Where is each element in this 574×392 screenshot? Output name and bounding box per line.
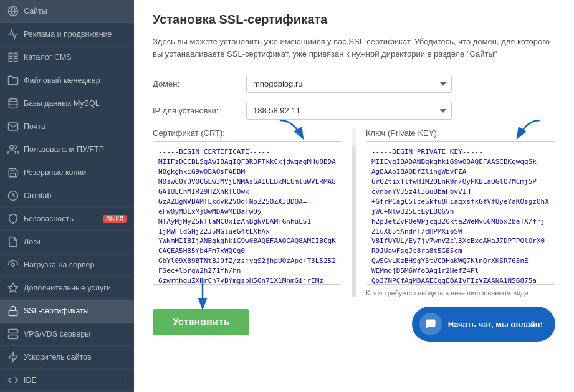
page-description: Здесь вы можете установить уже имеющийся…: [153, 36, 555, 60]
sidebar-label-crontab: Crontab: [24, 191, 51, 200]
svg-point-7: [10, 145, 14, 149]
star-icon: [7, 282, 19, 294]
sidebar-label-ssl: SSL-сертификаты: [24, 307, 89, 315]
arrow-crt: [274, 117, 312, 144]
svg-marker-11: [9, 284, 18, 292]
sidebar-item-cms[interactable]: Каталог CMS: [0, 46, 134, 69]
sidebar-item-security[interactable]: Безопасность ВЫКЛ: [0, 208, 134, 231]
sidebar-label-vps: VPS/VDS серверы: [24, 330, 90, 338]
sidebar-label-security: Безопасность: [24, 214, 74, 223]
svg-rect-3: [14, 53, 17, 56]
database-icon: [7, 98, 19, 109]
sidebar-item-vps[interactable]: VPS/VDS серверы: [0, 323, 134, 346]
page-title: Установка SSL-сертификата: [153, 12, 555, 27]
svg-point-9: [12, 264, 15, 267]
sidebar-label-ads: Реклама и продвижение: [24, 30, 112, 39]
bolt-icon: [7, 351, 19, 363]
sidebar-label-backup: Резервные копии: [24, 168, 86, 177]
chart-icon: [7, 29, 19, 40]
code-icon: [7, 375, 19, 386]
ip-label: IP для установки:: [153, 106, 246, 115]
gauge-icon: [7, 259, 19, 270]
sidebar-label-mysql: Базы данных MySQL: [24, 99, 100, 108]
svg-rect-5: [9, 59, 12, 62]
domain-select[interactable]: mnogoblog.ru: [246, 75, 452, 93]
sidebar-item-sites[interactable]: Сайты: [0, 0, 134, 23]
chat-widget[interactable]: Начать чат, мы онлайн!: [412, 307, 555, 342]
file-icon: [7, 236, 19, 247]
sidebar-label-cms: Каталог CMS: [24, 53, 72, 62]
svg-rect-12: [9, 310, 17, 315]
main-content: Установка SSL-сертификата Здесь вы может…: [134, 0, 574, 392]
server-icon: [7, 328, 19, 340]
svg-marker-17: [9, 353, 17, 362]
shield-icon: [7, 213, 19, 224]
arrow-install: [187, 275, 218, 314]
sidebar-item-boost[interactable]: Ускоритель сайтов: [0, 346, 134, 369]
sidebar-item-mysql[interactable]: Базы данных MySQL: [0, 92, 134, 115]
svg-rect-13: [9, 330, 18, 333]
arrow-key: [509, 117, 546, 144]
clock-icon: [7, 190, 19, 201]
svg-point-6: [9, 99, 17, 102]
cert-textarea-key[interactable]: [366, 141, 555, 285]
lock-icon: [7, 305, 19, 317]
sidebar: Сайты Реклама и продвижение Каталог CMS …: [0, 0, 134, 392]
sidebar-item-crontab[interactable]: Crontab: [0, 184, 134, 208]
sidebar-item-logs[interactable]: Логи: [0, 231, 134, 254]
sidebar-item-backup[interactable]: Резервные копии: [0, 161, 134, 184]
sidebar-item-ssl[interactable]: SSL-сертификаты: [0, 300, 134, 323]
sidebar-label-ide: IDE: [24, 376, 37, 385]
domain-row: Домен: mnogoblog.ru: [153, 75, 452, 93]
sidebar-label-users: Пользователи ПУ/FTP: [24, 145, 104, 154]
svg-rect-2: [9, 53, 12, 56]
users-icon: [7, 144, 19, 155]
folder-icon: [7, 75, 19, 86]
sidebar-label-load: Нагрузка на сервер: [24, 261, 94, 269]
security-badge: ВЫКЛ: [103, 215, 127, 223]
sidebar-item-ide[interactable]: IDE →: [0, 369, 134, 392]
svg-rect-14: [9, 335, 18, 339]
sidebar-label-sites: Сайты: [24, 7, 47, 16]
sidebar-item-load[interactable]: Нагрузка на сервер: [0, 254, 134, 277]
cert-label: Сертификат (CRT):: [153, 128, 342, 138]
ide-arrow: →: [120, 377, 127, 384]
cert-panel-key: Ключ (Private KEY): Ключ требуется вводи…: [366, 128, 555, 297]
globe-icon: [7, 6, 19, 17]
sidebar-label-extra: Дополнительные услуги: [24, 284, 111, 292]
sidebar-label-logs: Логи: [24, 237, 41, 246]
sidebar-item-ads[interactable]: Реклама и продвижение: [0, 23, 134, 46]
sidebar-item-extra[interactable]: Дополнительные услуги: [0, 277, 134, 300]
key-note: Ключ требуется вводить в незашифрованном…: [366, 289, 555, 297]
sidebar-item-users[interactable]: Пользователи ПУ/FTP: [0, 138, 134, 161]
sidebar-label-mail: Почта: [24, 122, 45, 131]
svg-line-10: [11, 262, 13, 264]
mail-icon: [7, 121, 19, 132]
grid-icon: [7, 52, 19, 63]
chat-label: Начать чат, мы онлайн!: [448, 320, 543, 329]
domain-label: Домен:: [153, 79, 246, 88]
sidebar-label-files: Файловый менеджер: [24, 76, 100, 85]
chat-icon: [419, 313, 442, 335]
save-icon: [7, 167, 19, 178]
cert-textarea-crt[interactable]: [153, 141, 342, 285]
svg-rect-4: [14, 59, 17, 62]
cert-panel-crt: Сертификат (CRT):: [153, 128, 342, 297]
sidebar-label-boost: Ускоритель сайтов: [24, 353, 92, 361]
sidebar-item-mail[interactable]: Почта: [0, 115, 134, 138]
install-row: Установить Начать чат, мы онлайн!: [153, 309, 555, 335]
sidebar-item-files[interactable]: Файловый менеджер: [0, 69, 134, 92]
cert-panels: Сертификат (CRT): Ключ (Private KEY): Кл…: [153, 128, 555, 297]
